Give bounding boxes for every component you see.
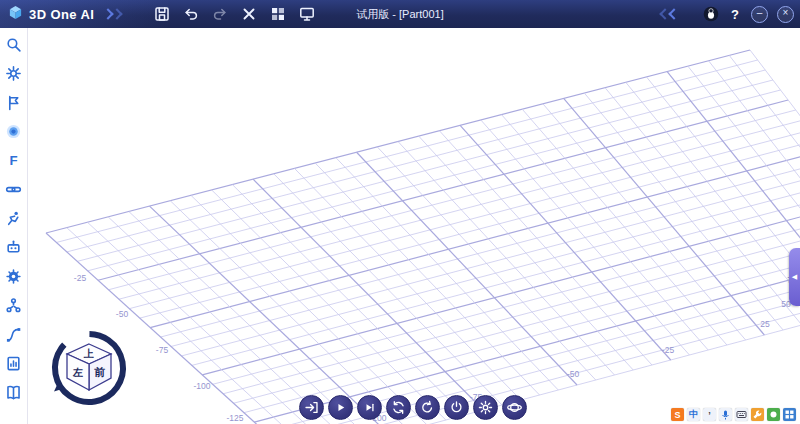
- chevrons-right-decoration: [104, 10, 121, 18]
- more-icon[interactable]: [783, 408, 796, 421]
- sim-enter-simulation-button[interactable]: [299, 395, 324, 420]
- app-window: 3D One AI: [0, 0, 800, 424]
- tool-animation-icon[interactable]: [5, 209, 23, 227]
- skin-icon[interactable]: [767, 408, 780, 421]
- tool-link-icon[interactable]: [5, 180, 23, 198]
- chinese-mode-icon[interactable]: 中: [687, 408, 700, 421]
- titlebar-right-group: ? – ×: [657, 0, 794, 28]
- viewport[interactable]: -25-50-75-100-125-100-75-50-25255075 上 左…: [28, 28, 800, 424]
- sim-world-button[interactable]: [502, 395, 527, 420]
- view-cube[interactable]: 上 左 前: [48, 327, 130, 409]
- soft-keyboard-icon[interactable]: [735, 408, 748, 421]
- sim-sim-settings-button[interactable]: [473, 395, 498, 420]
- sim-play-button[interactable]: [328, 395, 353, 420]
- tool-structure-icon[interactable]: [5, 296, 23, 314]
- tool-render-icon[interactable]: [5, 122, 23, 140]
- app-logo-icon: [8, 5, 23, 24]
- save-button[interactable]: [152, 4, 172, 24]
- blocks-button[interactable]: [268, 4, 288, 24]
- viewcube-front-label: 前: [94, 366, 106, 378]
- tool-text-icon[interactable]: F: [5, 151, 23, 169]
- sim-step-button[interactable]: [357, 395, 382, 420]
- viewcube-top-label: 上: [83, 348, 94, 359]
- panel-expand-handle[interactable]: ◀: [789, 248, 800, 306]
- left-toolbar: F: [0, 28, 28, 424]
- titlebar: 3D One AI: [0, 0, 800, 28]
- app-title: 3D One AI: [29, 7, 94, 22]
- main-toolbar: [152, 0, 317, 28]
- sogou-input-icon[interactable]: S: [671, 408, 684, 421]
- tool-search-icon[interactable]: [5, 35, 23, 53]
- redo-button[interactable]: [210, 4, 230, 24]
- simulation-controls: [299, 395, 527, 420]
- toolbox-icon[interactable]: [751, 408, 764, 421]
- viewcube-left-label: 左: [72, 367, 83, 378]
- tool-tutorial-icon[interactable]: [5, 383, 23, 401]
- close-button[interactable]: ×: [777, 6, 794, 23]
- export-device-button[interactable]: [297, 4, 317, 24]
- chevrons-left-decoration: [661, 10, 678, 18]
- sim-power-button[interactable]: [444, 395, 469, 420]
- logo-group: 3D One AI: [8, 0, 121, 28]
- tool-curve-icon[interactable]: [5, 325, 23, 343]
- sim-reset-button[interactable]: [415, 395, 440, 420]
- tool-settings-icon[interactable]: [5, 64, 23, 82]
- help-button[interactable]: ?: [728, 7, 742, 22]
- sim-loop-button[interactable]: [386, 395, 411, 420]
- tool-scene-icon[interactable]: [5, 93, 23, 111]
- mic-icon[interactable]: [719, 408, 732, 421]
- minimize-button[interactable]: –: [751, 6, 768, 23]
- undo-button[interactable]: [181, 4, 201, 24]
- tool-report-icon[interactable]: [5, 354, 23, 372]
- svg-text:F: F: [9, 153, 17, 168]
- account-icon[interactable]: [703, 6, 719, 22]
- input-method-tray: S中’: [671, 408, 796, 421]
- tool-drive-gear-icon[interactable]: [5, 267, 23, 285]
- tool-robot-icon[interactable]: [5, 238, 23, 256]
- close-doc-button[interactable]: [239, 4, 259, 24]
- ground-grid: [28, 28, 800, 424]
- punctuation-icon[interactable]: ’: [703, 408, 716, 421]
